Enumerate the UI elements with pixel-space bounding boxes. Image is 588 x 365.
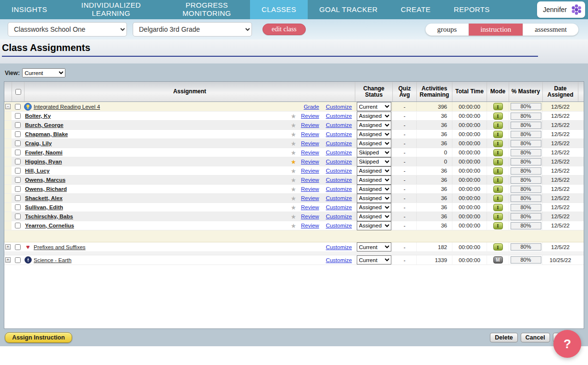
customize-link[interactable]: Customize	[326, 131, 352, 137]
customize-link[interactable]: Customize	[326, 244, 352, 250]
class-select[interactable]: Delgardio 3rd Grade	[133, 22, 252, 37]
row-checkbox[interactable]	[15, 244, 21, 250]
delete-button[interactable]: Delete	[490, 333, 518, 342]
customize-link[interactable]: Customize	[326, 195, 352, 201]
mastery-input[interactable]: 80%	[511, 149, 541, 156]
status-select[interactable]: Assigned	[357, 212, 391, 221]
expand-toggle[interactable]: +	[5, 257, 11, 263]
grade-review-link[interactable]: Grade	[304, 104, 319, 110]
grade-review-link[interactable]: Review	[301, 168, 319, 174]
star-icon[interactable]: ★	[291, 113, 296, 120]
star-icon[interactable]: ★	[291, 195, 296, 202]
row-checkbox[interactable]	[15, 113, 21, 119]
star-icon[interactable]: ★	[291, 222, 296, 229]
star-icon[interactable]: ★	[291, 186, 296, 193]
assignment-name-link[interactable]: Higgins, Ryan	[25, 159, 62, 164]
customize-link[interactable]: Customize	[326, 104, 352, 110]
nav-item[interactable]: INSIGHTS	[0, 0, 59, 19]
row-checkbox[interactable]	[15, 214, 21, 219]
mastery-input[interactable]: 80%	[511, 256, 541, 264]
row-checkbox[interactable]	[15, 122, 21, 128]
mastery-input[interactable]: 80%	[511, 186, 541, 193]
expand-toggle[interactable]: -	[5, 104, 11, 109]
customize-link[interactable]: Customize	[326, 113, 352, 119]
grade-review-link[interactable]: Review	[301, 159, 319, 164]
mastery-input[interactable]: 80%	[511, 167, 541, 175]
grade-review-link[interactable]: Review	[301, 131, 319, 137]
star-icon[interactable]: ★	[291, 167, 296, 175]
row-checkbox[interactable]	[15, 186, 21, 192]
row-checkbox[interactable]	[15, 223, 21, 228]
row-checkbox[interactable]	[15, 204, 21, 210]
status-select[interactable]: Assigned	[357, 185, 391, 194]
status-select[interactable]: Assigned	[357, 166, 391, 176]
status-select[interactable]: Skipped	[357, 157, 391, 166]
assignment-name-link[interactable]: Owens, Marcus	[25, 177, 65, 183]
mastery-input[interactable]: 80%	[511, 103, 541, 110]
status-select[interactable]: Current	[357, 102, 391, 111]
user-badge[interactable]: Jennifer	[537, 1, 585, 18]
assignment-name-link[interactable]: Science - Earth	[34, 257, 72, 263]
assignment-name-link[interactable]: Yearron, Cornelius	[25, 223, 74, 228]
customize-link[interactable]: Customize	[326, 122, 352, 128]
grade-review-link[interactable]: Review	[301, 122, 319, 128]
assign-instruction-button[interactable]: Assign Instruction	[5, 332, 72, 343]
status-select[interactable]: Assigned	[357, 176, 391, 185]
mastery-input[interactable]: 80%	[511, 213, 541, 220]
nav-item[interactable]: CREATE	[389, 0, 442, 19]
customize-link[interactable]: Customize	[326, 168, 352, 174]
customize-link[interactable]: Customize	[326, 159, 352, 164]
mastery-input[interactable]: 80%	[511, 131, 541, 138]
customize-link[interactable]: Customize	[326, 186, 352, 192]
school-select[interactable]: Classworks School One	[8, 22, 127, 37]
row-checkbox[interactable]	[15, 159, 21, 164]
row-checkbox[interactable]	[15, 195, 21, 201]
assignment-name-link[interactable]: Owens, Richard	[25, 186, 67, 192]
row-checkbox[interactable]	[15, 150, 21, 155]
customize-link[interactable]: Customize	[326, 204, 352, 210]
star-icon[interactable]: ★	[291, 213, 296, 220]
nav-item[interactable]: REPORTS	[442, 0, 501, 19]
assignment-name-link[interactable]: Sullivan, Edith	[25, 204, 63, 210]
assignment-name-link[interactable]: Shackett, Alex	[25, 195, 63, 201]
status-select[interactable]: Assigned	[357, 221, 391, 230]
mastery-input[interactable]: 80%	[511, 195, 541, 202]
nav-item[interactable]: CLASSES	[250, 0, 308, 19]
grade-review-link[interactable]: Review	[301, 150, 319, 155]
star-icon[interactable]: ★	[291, 176, 296, 184]
mastery-input[interactable]: 80%	[511, 176, 541, 184]
mastery-input[interactable]: 80%	[511, 243, 541, 251]
grade-review-link[interactable]: Review	[301, 177, 319, 183]
customize-link[interactable]: Customize	[326, 150, 352, 155]
customize-link[interactable]: Customize	[326, 223, 352, 228]
mode-tab[interactable]: instruction	[468, 24, 523, 36]
customize-link[interactable]: Customize	[326, 257, 352, 263]
select-all-checkbox[interactable]	[15, 89, 21, 95]
status-select[interactable]: Assigned	[357, 203, 391, 212]
row-checkbox[interactable]	[15, 257, 21, 263]
status-select[interactable]: Assigned	[357, 130, 391, 139]
star-icon[interactable]: ★	[291, 122, 296, 129]
star-icon[interactable]: ★	[291, 204, 296, 211]
mastery-input[interactable]: 80%	[511, 158, 541, 165]
row-checkbox[interactable]	[15, 177, 21, 183]
grade-review-link[interactable]: Review	[301, 223, 319, 228]
customize-link[interactable]: Customize	[326, 140, 352, 146]
expand-toggle[interactable]: +	[5, 244, 11, 250]
mastery-input[interactable]: 80%	[511, 222, 541, 229]
assignment-name-link[interactable]: Burch, George	[25, 122, 63, 128]
status-select[interactable]: Assigned	[357, 121, 391, 130]
status-select[interactable]: Assigned	[357, 139, 391, 148]
grade-review-link[interactable]: Review	[301, 195, 319, 201]
assignment-name-link[interactable]: Hill, Lucy	[25, 168, 50, 174]
nav-item[interactable]: GOAL TRACKER	[308, 0, 389, 19]
status-select[interactable]: Assigned	[357, 194, 391, 203]
assignment-name-link[interactable]: Prefixes and Suffixes	[34, 244, 86, 250]
assignment-name-link[interactable]: Fowler, Naomi	[25, 150, 63, 155]
help-button[interactable]: ?	[553, 330, 581, 358]
grade-review-link[interactable]: Review	[301, 113, 319, 119]
mode-tab[interactable]: groups	[425, 24, 468, 36]
assignment-name-link[interactable]: Bolter, Ky	[25, 113, 51, 119]
grade-review-link[interactable]: Review	[301, 204, 319, 210]
mastery-input[interactable]: 80%	[511, 122, 541, 129]
